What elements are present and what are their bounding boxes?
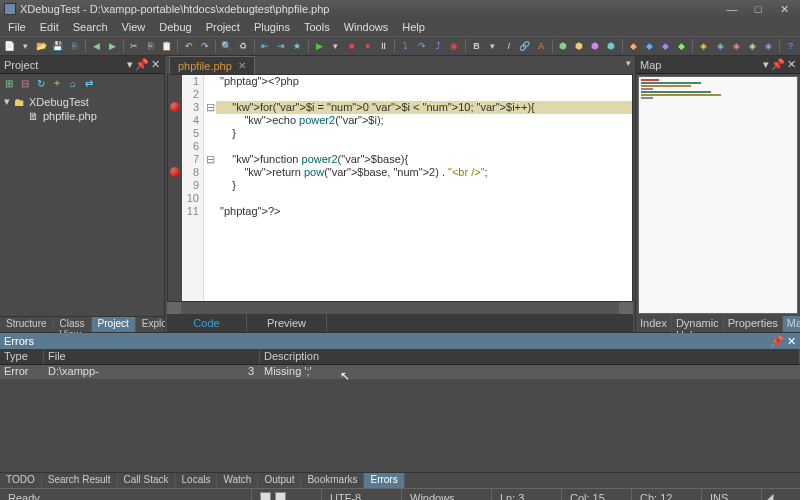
code-line[interactable]: } <box>216 179 632 192</box>
status-eol[interactable]: Windows <box>402 489 492 500</box>
new-dropdown-icon[interactable]: ▾ <box>18 38 33 54</box>
code-editor[interactable]: 1234567891011 ⊟⊟ "phptag"><?php "kw">for… <box>167 74 633 302</box>
fold-toggle[interactable]: ⊟ <box>204 153 216 166</box>
db1-icon[interactable]: ◈ <box>696 38 711 54</box>
panel-pin-icon[interactable]: 📌 <box>770 335 784 347</box>
status-encoding[interactable]: UTF-8 <box>322 489 402 500</box>
code-line[interactable] <box>216 140 632 153</box>
ext2-icon[interactable]: ◆ <box>642 38 657 54</box>
tree-expand-icon[interactable]: ▾ <box>4 95 10 108</box>
menu-windows[interactable]: Windows <box>338 20 395 34</box>
code-line[interactable]: "phptag"><?php <box>216 75 632 88</box>
tab-errors[interactable]: Errors <box>364 473 404 488</box>
save-all-icon[interactable]: ⎘ <box>67 38 82 54</box>
error-row[interactable]: Error D:\xampp-portable\htdocs\xdebugtes… <box>0 365 800 379</box>
redo-icon[interactable]: ↷ <box>197 38 212 54</box>
menu-plugins[interactable]: Plugins <box>248 20 296 34</box>
breakpoint-icon[interactable] <box>170 102 180 112</box>
code-tab[interactable]: Code <box>167 314 247 332</box>
code-line[interactable]: "kw">return pow("var">$base, "num">2) . … <box>216 166 632 179</box>
code-line[interactable] <box>216 192 632 205</box>
col-type[interactable]: Type <box>0 349 44 364</box>
minimize-button[interactable]: — <box>720 2 744 16</box>
fold-toggle[interactable] <box>204 88 216 101</box>
tab-watch[interactable]: Watch <box>217 473 258 488</box>
fold-toggle[interactable] <box>204 140 216 153</box>
tab-properties[interactable]: Properties <box>724 316 783 332</box>
tab-close-icon[interactable]: ✕ <box>238 60 246 71</box>
record-icon[interactable]: ● <box>360 38 375 54</box>
line-number[interactable]: 10 <box>182 192 199 205</box>
panel-close-icon[interactable]: ✕ <box>787 335 796 347</box>
tree-file[interactable]: 🗎 phpfile.php <box>4 109 160 123</box>
proj-add-icon[interactable]: ＋ <box>50 76 64 90</box>
line-number[interactable]: 9 <box>182 179 199 192</box>
line-number[interactable]: 11 <box>182 205 199 218</box>
anchor-icon[interactable]: A <box>533 38 548 54</box>
tab-project[interactable]: Project <box>92 317 136 332</box>
tree-root[interactable]: ▾ 🖿 XDebugTest <box>4 94 160 109</box>
paste-icon[interactable]: 📋 <box>159 38 174 54</box>
menu-help[interactable]: Help <box>396 20 431 34</box>
panel-dropdown-icon[interactable]: ▾ <box>763 58 769 71</box>
line-number[interactable]: 5 <box>182 127 199 140</box>
tool3-icon[interactable]: ⬢ <box>588 38 603 54</box>
fold-toggle[interactable] <box>204 179 216 192</box>
code-line[interactable]: "phptag">?> <box>216 205 632 218</box>
step-over-icon[interactable]: ↷ <box>415 38 430 54</box>
ext3-icon[interactable]: ◆ <box>658 38 673 54</box>
italic-icon[interactable]: I <box>501 38 516 54</box>
proj-expand-icon[interactable]: ⊞ <box>2 76 16 90</box>
run-dropdown-icon[interactable]: ▾ <box>328 38 343 54</box>
pause-icon[interactable]: ⏸ <box>376 38 391 54</box>
scroll-left-icon[interactable] <box>167 302 181 314</box>
tool1-icon[interactable]: ⬢ <box>555 38 570 54</box>
fold-toggle[interactable] <box>204 127 216 140</box>
tab-class-view[interactable]: Class View <box>54 317 92 332</box>
fold-toggle[interactable]: ⊟ <box>204 101 216 114</box>
col-file[interactable]: File <box>44 349 260 364</box>
editor-hscrollbar[interactable] <box>167 302 633 314</box>
code-line[interactable] <box>216 88 632 101</box>
line-number[interactable]: 8 <box>182 166 199 179</box>
open-icon[interactable]: 📂 <box>34 38 49 54</box>
status-insert-mode[interactable]: INS <box>702 489 762 500</box>
cut-icon[interactable]: ✂ <box>127 38 142 54</box>
db3-icon[interactable]: ◈ <box>729 38 744 54</box>
save-icon[interactable]: 💾 <box>50 38 65 54</box>
run-icon[interactable]: ▶ <box>312 38 327 54</box>
tab-index[interactable]: Index <box>636 316 672 332</box>
code-line[interactable]: "kw">for("var">$i = "num">0 "var">$i < "… <box>216 101 632 114</box>
db5-icon[interactable]: ◈ <box>761 38 776 54</box>
forward-icon[interactable]: ▶ <box>105 38 120 54</box>
resize-grip-icon[interactable]: ◢ <box>762 491 776 500</box>
tab-dynamic-help[interactable]: Dynamic Help <box>672 316 724 332</box>
code-line[interactable]: "kw">echo power2("var">$i); <box>216 114 632 127</box>
preview-tab[interactable]: Preview <box>247 314 327 332</box>
menu-tools[interactable]: Tools <box>298 20 336 34</box>
tab-structure[interactable]: Structure <box>0 317 54 332</box>
help-icon[interactable]: ? <box>783 38 798 54</box>
tab-map[interactable]: Map <box>783 316 800 332</box>
menu-debug[interactable]: Debug <box>153 20 197 34</box>
menu-view[interactable]: View <box>116 20 152 34</box>
menu-search[interactable]: Search <box>67 20 114 34</box>
proj-sync-icon[interactable]: ⇄ <box>82 76 96 90</box>
back-icon[interactable]: ◀ <box>89 38 104 54</box>
tool4-icon[interactable]: ⬢ <box>604 38 619 54</box>
line-number[interactable]: 4 <box>182 114 199 127</box>
bookmark-next-icon[interactable]: ⇥ <box>274 38 289 54</box>
find-icon[interactable]: 🔍 <box>219 38 234 54</box>
copy-icon[interactable]: ⎘ <box>143 38 158 54</box>
project-tree[interactable]: ▾ 🖿 XDebugTest 🗎 phpfile.php <box>0 92 164 316</box>
panel-dropdown-icon[interactable]: ▾ <box>127 58 133 71</box>
tool2-icon[interactable]: ⬢ <box>572 38 587 54</box>
code-line[interactable]: } <box>216 127 632 140</box>
tab-search-result[interactable]: Search Result <box>42 473 118 488</box>
panel-pin-icon[interactable]: 📌 <box>135 58 149 71</box>
bookmark-prev-icon[interactable]: ⇤ <box>258 38 273 54</box>
bookmark-icon[interactable]: ★ <box>290 38 305 54</box>
tab-locals[interactable]: Locals <box>176 473 218 488</box>
code-line[interactable]: "kw">function power2("var">$base){ <box>216 153 632 166</box>
scroll-right-icon[interactable] <box>619 302 633 314</box>
